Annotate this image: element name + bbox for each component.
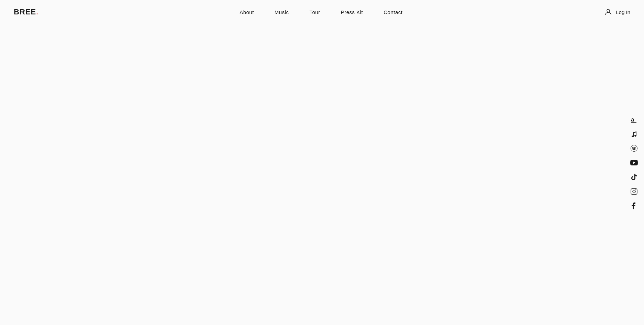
tiktok-icon[interactable]: [630, 173, 638, 181]
facebook-icon[interactable]: [630, 202, 638, 210]
nav-music[interactable]: Music: [275, 9, 289, 15]
instagram-icon[interactable]: [630, 188, 638, 195]
main-nav: About Music Tour Press Kit Contact: [240, 9, 402, 15]
svg-point-6: [633, 190, 635, 193]
youtube-icon[interactable]: [630, 159, 638, 166]
site-header: BREE. About Music Tour Press Kit Contact…: [0, 0, 644, 24]
amazon-music-icon[interactable]: a: [630, 116, 638, 123]
svg-text:a: a: [631, 116, 634, 123]
nav-about[interactable]: About: [240, 9, 254, 15]
nav-press-kit[interactable]: Press Kit: [341, 9, 363, 15]
auth-section[interactable]: Log In: [603, 7, 630, 17]
logo-dot: .: [36, 8, 38, 16]
site-logo[interactable]: BREE.: [14, 8, 38, 16]
user-icon: [603, 7, 613, 17]
apple-music-icon[interactable]: [630, 130, 638, 138]
main-content: [0, 0, 644, 301]
nav-contact[interactable]: Contact: [384, 9, 402, 15]
spotify-icon[interactable]: [630, 144, 638, 152]
login-label: Log In: [616, 9, 630, 15]
logo-text: BREE: [14, 8, 36, 16]
svg-rect-5: [631, 188, 637, 195]
social-sidebar: a: [630, 116, 638, 210]
nav-tour[interactable]: Tour: [310, 9, 320, 15]
svg-point-0: [607, 9, 610, 12]
svg-point-7: [635, 189, 636, 190]
